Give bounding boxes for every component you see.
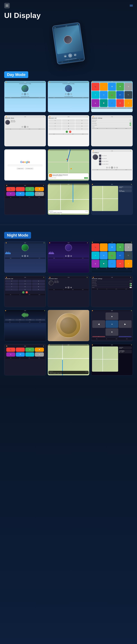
dial-0[interactable]: 0 bbox=[62, 128, 75, 130]
lines-icon[interactable] bbox=[130, 5, 133, 6]
bt-next[interactable]: ▶▶ bbox=[27, 126, 28, 128]
prev-icon-2[interactable]: ◀◀ bbox=[65, 93, 67, 95]
cp-settings[interactable]: ⚙ bbox=[35, 192, 44, 196]
auto-answer-toggle[interactable] bbox=[130, 123, 132, 124]
social-rwd[interactable]: ◀◀ bbox=[108, 167, 110, 168]
n-dial-8[interactable]: 8 bbox=[18, 286, 32, 288]
nbt-play[interactable]: ⏸ bbox=[68, 286, 70, 288]
dial-4[interactable]: 4 bbox=[49, 122, 62, 124]
flower-toggle[interactable] bbox=[130, 126, 132, 128]
n-app-music[interactable]: ♪ bbox=[100, 244, 108, 251]
n-app-teal[interactable]: 💬 bbox=[100, 260, 108, 268]
n-auto-connect-toggle[interactable] bbox=[130, 285, 132, 286]
dial-6[interactable]: 6 bbox=[75, 122, 88, 124]
dial-9[interactable]: 9 bbox=[75, 125, 88, 127]
google-search-btn[interactable]: Google Search bbox=[17, 168, 24, 170]
n-cp-music[interactable]: ♪ bbox=[16, 348, 25, 352]
n-dial-2[interactable]: 2 bbox=[18, 280, 32, 282]
bt-play[interactable]: ⏸ bbox=[24, 126, 26, 128]
n-app-settings[interactable]: ⚙ bbox=[124, 244, 132, 251]
app-orange2[interactable]: 🎙 bbox=[124, 99, 132, 107]
n-app-photos[interactable]: 🖼 bbox=[108, 244, 116, 251]
next-btn[interactable]: ▶▶ bbox=[74, 53, 77, 56]
n-cp-msg[interactable]: 💬 bbox=[35, 348, 44, 352]
social-next[interactable]: ⏭ bbox=[116, 167, 118, 168]
n-app-telegram[interactable]: ✈ bbox=[92, 252, 100, 260]
prev-icon[interactable]: ◀◀ bbox=[22, 93, 23, 95]
n-app-waze[interactable]: W bbox=[100, 252, 108, 260]
app-settings[interactable]: ⚙ bbox=[124, 83, 132, 91]
n-dial-hash[interactable]: # bbox=[32, 288, 45, 291]
app-waze[interactable]: W bbox=[100, 91, 108, 99]
eq-vol[interactable]: VOL bbox=[35, 319, 45, 320]
n-dial-5[interactable]: 5 bbox=[18, 283, 32, 285]
app-yt[interactable]: ▶ bbox=[92, 99, 100, 107]
play-icon[interactable]: ⏸ bbox=[24, 93, 26, 95]
cp-music[interactable]: ♪ bbox=[16, 187, 25, 191]
app-phone[interactable]: 📞 bbox=[92, 83, 100, 91]
app-telegram[interactable]: ✈ bbox=[92, 91, 100, 99]
app-blue2[interactable]: 🎵 bbox=[108, 99, 116, 107]
play-icon-2[interactable]: ⏸ bbox=[68, 93, 70, 95]
eq-treble[interactable]: TREB bbox=[25, 319, 35, 320]
dial-2[interactable]: 2 bbox=[62, 119, 75, 122]
n-play[interactable]: ⏸ bbox=[24, 255, 26, 257]
auto-connect-toggle[interactable] bbox=[130, 124, 132, 126]
n-prev[interactable]: ◀◀ bbox=[22, 255, 23, 257]
n-app-red2[interactable]: ❤ bbox=[116, 260, 124, 268]
dial-3[interactable]: 3 bbox=[75, 119, 88, 122]
n-end-btn[interactable]: ✖ bbox=[26, 291, 28, 294]
n-call-btn[interactable]: 📞 bbox=[22, 291, 24, 294]
n-cp-maps[interactable]: 🗺 bbox=[16, 352, 25, 356]
social-fwd[interactable]: ▶▶ bbox=[114, 167, 116, 168]
cp-maps[interactable]: 🗺 bbox=[16, 192, 25, 196]
n-app-maps[interactable]: 🗺 bbox=[116, 244, 124, 251]
cp-msg[interactable]: 💬 bbox=[35, 187, 44, 191]
n-app-orange2[interactable]: 🎙 bbox=[124, 260, 132, 268]
cp-waze[interactable]: W bbox=[25, 187, 34, 191]
n2-prev[interactable]: ◀◀ bbox=[65, 255, 67, 257]
n-app-bt[interactable]: BT bbox=[116, 252, 124, 260]
cp-podcast[interactable]: 🎙 bbox=[6, 192, 15, 196]
prev-btn[interactable]: ◀◀ bbox=[64, 55, 67, 58]
cp-siri[interactable]: 🔊 bbox=[25, 192, 34, 196]
n-cp-waze[interactable]: W bbox=[25, 348, 34, 352]
end-call-btn[interactable]: ✖ bbox=[69, 131, 71, 133]
eq-bass[interactable]: BASS bbox=[5, 319, 15, 320]
play-btn[interactable]: ▶ bbox=[68, 53, 72, 58]
nav-zoom-in[interactable]: + bbox=[92, 336, 105, 337]
social-play[interactable]: ⏸ bbox=[111, 166, 113, 169]
n-dial-9[interactable]: 9 bbox=[32, 286, 45, 288]
n-app-blue2[interactable]: 🎵 bbox=[108, 260, 116, 268]
n-app-phone[interactable]: 📞 bbox=[92, 244, 100, 251]
n2-next[interactable]: ▶▶ bbox=[70, 255, 72, 257]
go-button[interactable]: GO bbox=[84, 177, 88, 179]
nav-center[interactable]: ⊕ bbox=[106, 320, 118, 328]
app-music[interactable]: ♪ bbox=[100, 83, 108, 91]
dial-hash[interactable]: # bbox=[75, 128, 88, 130]
dial-star[interactable]: * bbox=[49, 128, 62, 130]
n-cp-podcast[interactable]: 🎙 bbox=[6, 352, 15, 356]
n2-play[interactable]: ⏸ bbox=[68, 255, 70, 257]
dial-8[interactable]: 8 bbox=[62, 125, 75, 127]
n-dial-3[interactable]: 3 bbox=[32, 280, 45, 282]
bt-prev[interactable]: ◀◀ bbox=[22, 126, 23, 128]
nav-up[interactable]: ▲ bbox=[106, 312, 118, 320]
n-app-carplay[interactable]: 🚗 bbox=[108, 252, 116, 260]
n-auto-answer-toggle[interactable] bbox=[130, 283, 132, 284]
n-cp-phone[interactable]: 📞 bbox=[6, 348, 15, 352]
cp-phone[interactable]: 📞 bbox=[6, 187, 15, 191]
nbt-prev[interactable]: ◀◀ bbox=[65, 286, 67, 288]
menu-icon[interactable] bbox=[4, 3, 10, 8]
n-app-dark1[interactable]: 📷 bbox=[124, 252, 132, 260]
next-icon[interactable]: ▶▶ bbox=[27, 93, 28, 95]
dial-1[interactable]: 1 bbox=[49, 119, 62, 122]
n-dial-1[interactable]: 1 bbox=[5, 280, 18, 282]
google-lucky-btn[interactable]: I'm Feeling Lucky bbox=[25, 168, 34, 170]
n-dial-4[interactable]: 4 bbox=[5, 283, 18, 285]
app-dark1[interactable]: 📷 bbox=[124, 91, 132, 99]
app-photos[interactable]: 🖼 bbox=[108, 83, 116, 91]
n-cp-settings[interactable]: ⚙ bbox=[35, 352, 44, 356]
nbt-next[interactable]: ▶▶ bbox=[70, 286, 72, 288]
n-app-yt[interactable]: ▶ bbox=[92, 260, 100, 268]
